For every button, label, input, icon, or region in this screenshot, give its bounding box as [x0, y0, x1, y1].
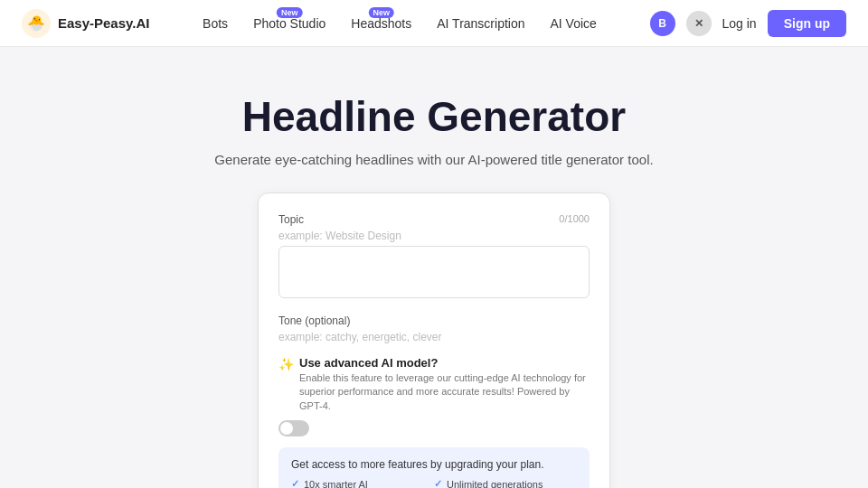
nav-link-headshots[interactable]: New Headshots: [351, 16, 411, 31]
close-icon-btn[interactable]: ✕: [686, 11, 712, 36]
topic-placeholder: example: Website Design: [278, 230, 590, 242]
toggle-wrap: [278, 420, 590, 436]
nav-right: B ✕ Log in Sign up: [650, 10, 846, 37]
page-title: Headline Generator: [242, 92, 626, 141]
page-subtitle: Generate eye-catching headlines with our…: [214, 152, 653, 167]
logo[interactable]: 🐣 Easy-Peasy.AI: [22, 9, 149, 38]
upgrade-banner-title: Get access to more features by upgrading…: [291, 458, 577, 471]
ai-label: Use advanced AI model?: [299, 356, 590, 370]
nav-link-bots[interactable]: Bots: [203, 16, 228, 31]
generator-card: Topic 0/1000 example: Website Design Ton…: [258, 192, 610, 488]
photo-studio-badge: New: [277, 7, 303, 18]
topic-counter: 0/1000: [559, 213, 590, 224]
upgrade-features: ✓ 10x smarter AI ✓ Unlimited generations…: [291, 478, 577, 488]
check-icon-2: ✓: [434, 478, 442, 488]
topic-input[interactable]: [278, 246, 590, 298]
ai-text: Use advanced AI model? Enable this featu…: [299, 356, 590, 413]
check-icon-1: ✓: [291, 478, 299, 488]
signup-button[interactable]: Sign up: [768, 10, 846, 37]
ai-sparkle-icon: ✨: [278, 357, 294, 371]
tone-label: Tone (optional): [278, 314, 590, 327]
user-avatar-btn[interactable]: B: [650, 11, 675, 36]
toggle-knob: [280, 422, 293, 435]
ai-desc: Enable this feature to leverage our cutt…: [299, 371, 590, 413]
tone-placeholder: example: catchy, energetic, clever: [278, 331, 590, 343]
logo-text: Easy-Peasy.AI: [58, 15, 149, 31]
nav-links: Bots New Photo Studio New Headshots AI T…: [203, 16, 597, 31]
ai-toggle[interactable]: [278, 420, 309, 436]
feature-1: ✓ 10x smarter AI: [291, 478, 434, 488]
ai-model-row: ✨ Use advanced AI model? Enable this fea…: [278, 356, 590, 413]
logo-icon: 🐣: [22, 9, 51, 38]
login-button[interactable]: Log in: [722, 16, 757, 31]
nav-link-photo-studio[interactable]: New Photo Studio: [253, 16, 326, 31]
main-content: Headline Generator Generate eye-catching…: [0, 47, 868, 488]
svg-text:🐣: 🐣: [27, 14, 45, 32]
upgrade-banner: Get access to more features by upgrading…: [278, 447, 590, 488]
navbar: 🐣 Easy-Peasy.AI Bots New Photo Studio Ne…: [0, 0, 868, 47]
topic-label: Topic 0/1000: [278, 213, 590, 226]
topic-field: Topic 0/1000 example: Website Design: [278, 213, 590, 302]
feature-2: ✓ Unlimited generations: [434, 478, 577, 488]
nav-link-ai-transcription[interactable]: AI Transcription: [437, 16, 524, 31]
nav-link-ai-voice[interactable]: AI Voice: [551, 16, 597, 31]
headshots-badge: New: [369, 7, 395, 18]
tone-field: Tone (optional) example: catchy, energet…: [278, 314, 590, 343]
